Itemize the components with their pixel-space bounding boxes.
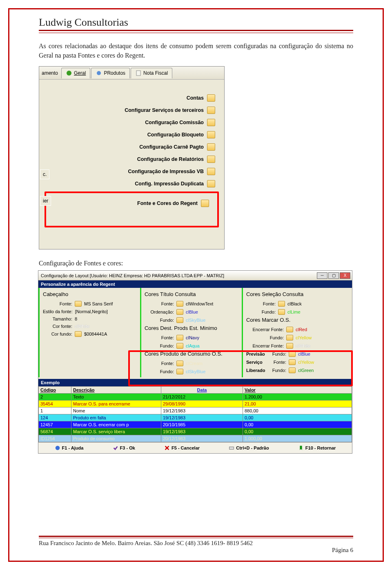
table-cell: Marcar O.S. encerrar com p bbox=[71, 421, 161, 428]
config-item-label: Configuração de Relatórios bbox=[137, 156, 204, 162]
th-data: Data bbox=[161, 387, 243, 394]
fld-label: Fonte: bbox=[145, 335, 174, 340]
layout-config-window: Configuração de Layout [Usuário: HEINZ E… bbox=[38, 270, 352, 454]
fld-value: clSkyBlue bbox=[186, 369, 205, 374]
fld-value: clBlue bbox=[186, 309, 198, 314]
table-cell: 0,00 bbox=[243, 421, 352, 428]
table-cell: 2 bbox=[39, 394, 71, 401]
fk-ctrld[interactable]: Ctrl+D - Padrão bbox=[229, 445, 269, 451]
fld-value: clBlack bbox=[287, 301, 302, 306]
folder-icon[interactable] bbox=[286, 335, 293, 341]
folder-icon[interactable] bbox=[176, 317, 183, 323]
config-item[interactable]: Configurar Serviços de terceiros bbox=[43, 104, 220, 116]
fld-label: Fonte: bbox=[145, 361, 174, 366]
config-item[interactable]: Configuração Carnê Pagto bbox=[43, 141, 220, 153]
fld-label: Fundo: bbox=[246, 309, 276, 314]
svg-point-1 bbox=[97, 71, 101, 75]
tab-geral[interactable]: Geral bbox=[61, 68, 90, 78]
fk-f5[interactable]: F5 - Cancelar bbox=[164, 445, 200, 451]
tab-strip: amento Geral PRodutos Nota Fiscal bbox=[39, 67, 224, 80]
table-cell: 124 bbox=[39, 414, 71, 421]
config-item[interactable]: Configuração Comissão bbox=[43, 116, 220, 129]
fk-label: Ctrl+D - Padrão bbox=[236, 445, 269, 450]
folder-icon[interactable] bbox=[207, 180, 215, 187]
table-cell: 35454 bbox=[39, 401, 71, 407]
maximize-button[interactable]: ▢ bbox=[328, 272, 339, 279]
folder-icon[interactable] bbox=[207, 94, 215, 102]
fld-value: clWindowText bbox=[186, 301, 213, 306]
th-descricao: Descrição bbox=[71, 387, 161, 394]
svg-rect-4 bbox=[229, 447, 234, 450]
minimize-button[interactable]: ─ bbox=[317, 272, 327, 279]
svg-point-0 bbox=[67, 71, 71, 76]
footer-rule bbox=[39, 536, 353, 537]
footer-page: Página 6 bbox=[39, 547, 353, 554]
tab-geral-label: Geral bbox=[74, 70, 86, 76]
fk-f10[interactable]: F10 - Retornar bbox=[298, 445, 336, 451]
config-item[interactable]: Config. Impressão Duplicata bbox=[43, 178, 220, 190]
folder-icon[interactable] bbox=[176, 369, 183, 374]
page-title: Ludwig Consultorias bbox=[39, 16, 353, 31]
fk-label: F5 - Cancelar bbox=[172, 445, 200, 450]
folder-icon[interactable] bbox=[286, 343, 293, 349]
folder-icon[interactable] bbox=[286, 327, 293, 332]
fk-f3[interactable]: F3 - Ok bbox=[113, 445, 135, 451]
folder-icon[interactable] bbox=[207, 168, 215, 175]
folder-icon[interactable] bbox=[176, 309, 183, 315]
folder-icon[interactable] bbox=[207, 143, 215, 151]
fld-value: $0084441A bbox=[84, 332, 107, 336]
folder-icon[interactable] bbox=[176, 335, 183, 341]
fld-label: Fonte: bbox=[145, 301, 174, 306]
table-cell: Texto bbox=[71, 394, 161, 401]
config-item-highlighted[interactable]: Fonte e Cores do Regent bbox=[49, 197, 214, 209]
fld-value: clLime bbox=[287, 309, 301, 314]
folder-icon[interactable] bbox=[289, 367, 296, 373]
fld-value: MS Sans Serif bbox=[84, 301, 113, 306]
fld-side-label: Serviço bbox=[246, 360, 267, 365]
folder-icon[interactable] bbox=[207, 107, 215, 114]
table-row: 35454Marcar O.S. para encerrame29/08/199… bbox=[39, 401, 352, 407]
folder-icon[interactable] bbox=[176, 361, 183, 366]
table-cell: 20/12/1983 bbox=[161, 435, 243, 442]
group-cores-consumo: Cores Produto de Consumo O.S. bbox=[145, 351, 239, 357]
config-item[interactable]: Configuração de Impressão VB bbox=[43, 165, 220, 178]
return-icon bbox=[298, 445, 304, 451]
folder-icon[interactable] bbox=[278, 301, 285, 307]
fk-label: F10 - Retornar bbox=[305, 445, 336, 450]
folder-icon[interactable] bbox=[207, 131, 215, 138]
window-buttons: ─ ▢ X bbox=[317, 272, 350, 279]
tab-nota-fiscal[interactable]: Nota Fiscal bbox=[131, 68, 172, 78]
folder-icon[interactable] bbox=[75, 301, 82, 307]
group-cores-os: Cores Marcar O.S. bbox=[246, 317, 350, 323]
tab-produtos[interactable]: PRodutos bbox=[91, 68, 130, 78]
fld-label: Fundo: bbox=[246, 335, 284, 340]
window-title: Configuração de Layout [Usuário: HEINZ E… bbox=[41, 273, 224, 278]
folder-icon[interactable] bbox=[201, 200, 209, 207]
folder-icon[interactable] bbox=[176, 301, 183, 307]
fld-value: clNavy bbox=[186, 335, 199, 340]
fld-label: Encerrar Fonte: bbox=[246, 327, 284, 332]
fk-f1[interactable]: F1 - Ajuda bbox=[55, 445, 84, 451]
config-item[interactable]: Configuração Bloqueto bbox=[43, 129, 220, 141]
help-icon bbox=[55, 445, 60, 451]
fld-label: Ordenação: bbox=[145, 309, 174, 314]
th-valor: Valor bbox=[243, 387, 352, 394]
folder-icon[interactable] bbox=[207, 156, 215, 163]
folder-icon[interactable] bbox=[75, 331, 82, 337]
folder-icon[interactable] bbox=[176, 343, 183, 349]
folder-icon[interactable] bbox=[289, 351, 296, 357]
table-cell: ID1254 bbox=[39, 435, 71, 442]
folder-icon[interactable] bbox=[289, 359, 296, 365]
fld-side-label: Previsão bbox=[246, 352, 267, 356]
folder-icon[interactable] bbox=[278, 309, 285, 315]
fld-value: [Normal,Negrito] bbox=[75, 309, 108, 314]
fld-label: Cor fundo: bbox=[43, 332, 72, 336]
th-codigo: Código bbox=[39, 387, 71, 394]
config-item-label: Configuração Bloqueto bbox=[147, 132, 204, 138]
table-cell: 19/12/1983 bbox=[161, 428, 243, 435]
folder-icon[interactable] bbox=[207, 119, 215, 126]
close-button[interactable]: X bbox=[340, 272, 350, 279]
config-item-label: Fonte e Cores do Regent bbox=[137, 200, 198, 206]
config-item[interactable]: Contas bbox=[43, 92, 220, 104]
config-item[interactable]: Configuração de Relatórios bbox=[43, 153, 220, 165]
